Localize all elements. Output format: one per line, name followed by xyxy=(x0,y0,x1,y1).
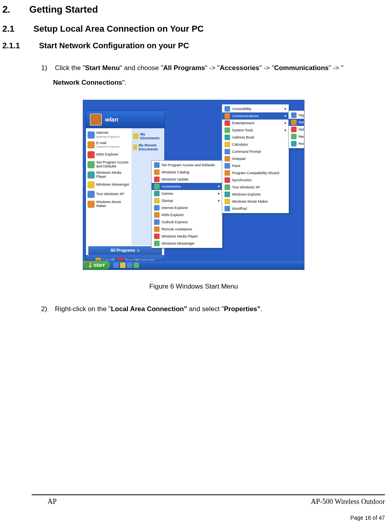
accessories-menu-item[interactable]: WordPad xyxy=(222,205,289,212)
start-menu-item[interactable]: Windows Movie Maker xyxy=(87,199,131,209)
all-programs-menu-item[interactable]: Internet Explorer xyxy=(152,204,222,211)
app-icon xyxy=(88,171,95,179)
start-menu-item-label: E-mail xyxy=(96,141,107,145)
start-menu-item[interactable]: Windows Messenger xyxy=(87,180,131,190)
start-menu-item[interactable]: Windows Media Player xyxy=(87,170,131,180)
menu-item-icon xyxy=(225,184,230,190)
taskbar[interactable]: start xyxy=(83,261,304,270)
step-1-text-b: " and choose " xyxy=(120,64,163,72)
accessories-menu-item[interactable]: System Tools xyxy=(222,127,289,134)
accessories-menu-item[interactable]: Notepad xyxy=(222,155,289,162)
h1-num: 2. xyxy=(2,4,10,15)
menu-item-icon xyxy=(225,106,230,112)
all-programs-menu-item[interactable]: Games xyxy=(152,190,222,197)
app-icon xyxy=(88,181,95,188)
start-button[interactable]: start xyxy=(83,261,110,270)
all-programs-menu-item[interactable]: Accessories xyxy=(152,183,222,190)
communications-menu[interactable]: HyperTerminalNetwork ConnectionsNetwork … xyxy=(288,110,304,148)
communications-menu-item[interactable]: Network Setup Wizard xyxy=(289,126,304,133)
step-1-bold-network-connections: Network Connections xyxy=(53,79,122,86)
all-programs-menu-item[interactable]: Windows Update xyxy=(152,176,222,183)
all-programs-menu-item[interactable]: Set Program Access and Defaults xyxy=(152,162,222,169)
app-icon xyxy=(88,161,95,168)
all-programs-menu-item[interactable]: Startup xyxy=(152,197,222,204)
all-programs-menu-item[interactable]: MSN Explorer xyxy=(152,211,222,218)
menu-item-icon xyxy=(154,205,160,211)
menu-item-label: Entertainment xyxy=(232,121,254,125)
menu-item-label: Accessories xyxy=(162,184,181,188)
accessories-menu[interactable]: AccessibilityCommunicationsEntertainment… xyxy=(222,104,289,213)
menu-item-label: Tour Windows XP xyxy=(232,185,260,189)
start-menu-item[interactable]: InternetInternet Explorer xyxy=(87,130,131,140)
page-number: Page 16 of 47 xyxy=(32,515,385,521)
turnoff-button[interactable]: Turn Off Computer xyxy=(118,258,155,261)
accessories-menu-item[interactable]: Windows Movie Maker xyxy=(222,198,289,205)
communications-menu-item[interactable]: Network Connections xyxy=(289,119,304,126)
menu-item-label: Windows Media Player xyxy=(162,234,198,238)
quick-launch-icon[interactable] xyxy=(120,262,126,268)
accessories-menu-item[interactable]: Calculator xyxy=(222,141,289,148)
start-menu-item[interactable]: Set Program Access and Defaults xyxy=(87,160,131,170)
submenu-arrow-icon xyxy=(218,185,220,188)
accessories-menu-item[interactable]: Paint xyxy=(222,162,289,169)
quick-launch-icon[interactable] xyxy=(133,262,139,268)
menu-item-icon xyxy=(225,163,230,169)
menu-item-icon xyxy=(154,219,160,225)
start-menu-item[interactable]: E-mailOutlook Express xyxy=(87,140,131,150)
accessories-menu-item[interactable]: Windows Explorer xyxy=(222,191,289,198)
accessories-menu-item[interactable]: Command Prompt xyxy=(222,148,289,155)
accessories-menu-item[interactable]: Address Book xyxy=(222,134,289,141)
communications-menu-item[interactable]: New Connection Wizard xyxy=(289,133,304,140)
menu-item-icon xyxy=(225,177,230,183)
submenu-arrow-icon xyxy=(218,192,220,195)
step-1-text-d: " -> " xyxy=(259,64,274,72)
start-menu-header: wlan xyxy=(86,111,164,128)
submenu-arrow-icon xyxy=(285,122,286,124)
all-programs-label: All Programs xyxy=(110,248,135,253)
all-programs-menu[interactable]: Set Program Access and DefaultsWindows C… xyxy=(151,160,223,248)
menu-item-icon xyxy=(225,142,230,147)
accessories-menu-item[interactable]: Synchronize xyxy=(222,177,289,184)
all-programs-menu-item[interactable]: Remote Assistance xyxy=(152,226,222,233)
start-menu-item[interactable]: Tour Windows XP xyxy=(87,190,131,199)
quick-launch[interactable] xyxy=(113,262,139,268)
start-menu-item[interactable]: MSN Explorer xyxy=(87,150,131,160)
accessories-menu-item[interactable]: Program Compatibility Wizard xyxy=(222,169,289,177)
menu-item-icon xyxy=(291,112,297,118)
accessories-menu-item[interactable]: Communications xyxy=(222,112,289,120)
submenu-arrow-icon xyxy=(285,129,286,131)
menu-item-label: Remote Desktop Connection xyxy=(299,142,304,146)
h1-text: Getting Started xyxy=(29,4,98,15)
accessories-menu-item[interactable]: Entertainment xyxy=(222,120,289,127)
step-2-text-a: Right-click on the " xyxy=(55,305,111,313)
menu-item-label: Notepad xyxy=(232,157,245,161)
accessories-menu-item[interactable]: Tour Windows XP xyxy=(222,184,289,191)
all-programs-menu-item[interactable]: Windows Media Player xyxy=(152,233,222,240)
menu-item-label: Startup xyxy=(162,199,173,203)
user-avatar-icon xyxy=(90,114,102,125)
menu-item-icon xyxy=(225,170,230,176)
start-menu-places-item[interactable]: My Recent Documents xyxy=(132,142,164,153)
accessories-menu-item[interactable]: Accessibility xyxy=(222,105,289,112)
all-programs-menu-item[interactable]: Windows Catalog xyxy=(152,169,222,176)
quick-launch-icon[interactable] xyxy=(113,262,119,268)
menu-item-label: Remote Assistance xyxy=(162,227,192,231)
logoff-button[interactable]: Log Off xyxy=(95,258,114,261)
all-programs-menu-item[interactable]: Windows Messenger xyxy=(152,240,222,247)
communications-menu-item[interactable]: Remote Desktop Connection xyxy=(289,140,304,147)
app-icon xyxy=(88,201,95,208)
quick-launch-icon[interactable] xyxy=(127,262,132,268)
step-1-bold-all-programs: All Programs xyxy=(163,64,205,72)
communications-menu-item[interactable]: HyperTerminal xyxy=(289,112,304,119)
step-1-bold-start-menu: Start Menu xyxy=(85,64,120,72)
all-programs-menu-item[interactable]: Outlook Express xyxy=(152,218,222,226)
step-1-bold-accessories: Accessories xyxy=(220,64,259,72)
step-1-text-e: " -> " xyxy=(329,64,343,72)
screenshot-start-menu: wlan InternetInternet ExplorerE-mailOutl… xyxy=(83,100,304,270)
folder-icon xyxy=(133,133,139,139)
menu-item-icon xyxy=(225,135,230,140)
menu-item-icon xyxy=(225,127,230,133)
start-menu-places-item[interactable]: My Documents xyxy=(132,131,164,142)
figure-caption: Figure 6 Windows Start Menu xyxy=(2,283,385,291)
submenu-arrow-icon xyxy=(218,200,220,202)
